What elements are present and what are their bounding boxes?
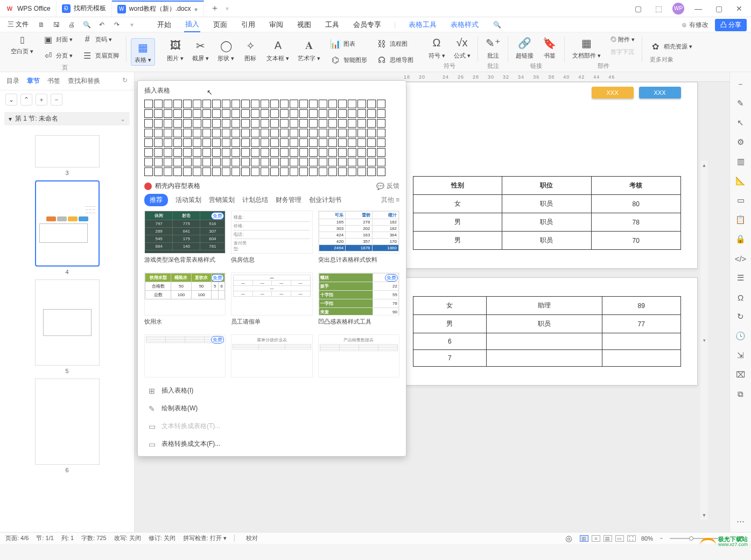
- doc-parts-button[interactable]: ▦文档部件 ▾: [569, 34, 604, 61]
- grid-cell[interactable]: [280, 138, 289, 147]
- grid-cell[interactable]: [144, 109, 153, 118]
- template-drinking-water[interactable]: 免费 饮用水型桶装水直饮水~ 合格数505056 总数100100: [144, 272, 226, 316]
- grid-cell[interactable]: [251, 129, 259, 137]
- tpl-tab-plan[interactable]: 计划总结: [242, 195, 268, 205]
- grid-cell[interactable]: [328, 138, 337, 147]
- export-icon[interactable]: ⇲: [735, 350, 746, 361]
- grid-cell[interactable]: [280, 109, 289, 118]
- grid-cell[interactable]: [222, 129, 230, 137]
- grid-cell[interactable]: [338, 148, 347, 157]
- grid-cell[interactable]: [154, 158, 163, 166]
- menu-table-tools[interactable]: 表格工具: [408, 18, 438, 32]
- grid-cell[interactable]: [202, 119, 211, 128]
- grid-cell[interactable]: [231, 167, 240, 176]
- scroll-up-icon[interactable]: ▲: [702, 163, 707, 168]
- grid-cell[interactable]: [222, 167, 230, 176]
- grid-cell[interactable]: [173, 158, 182, 166]
- grid-cell[interactable]: [261, 167, 269, 176]
- tpl-tab-recommended[interactable]: 推荐: [144, 194, 168, 206]
- template-leave-form[interactable]: ——————————: [231, 272, 312, 316]
- nav-add-button[interactable]: ＋: [36, 94, 47, 106]
- header-footer-button[interactable]: ☰页眉页脚: [78, 48, 122, 62]
- grid-cell[interactable]: [357, 148, 366, 157]
- grid-cell[interactable]: [367, 129, 376, 137]
- grid-cell[interactable]: [202, 109, 211, 118]
- grid-cell[interactable]: [212, 148, 221, 157]
- drop-cap-button[interactable]: 首字下沉: [607, 47, 638, 57]
- grid-cell[interactable]: [309, 109, 318, 118]
- grid-cell[interactable]: [270, 129, 279, 137]
- grid-cell[interactable]: [367, 100, 376, 108]
- layout-toggle-icon[interactable]: ▢: [631, 2, 644, 15]
- grid-cell[interactable]: [173, 109, 182, 118]
- grid-cell[interactable]: [144, 138, 153, 147]
- grid-cell[interactable]: [241, 119, 250, 128]
- grid-cell[interactable]: [154, 148, 163, 157]
- grid-cell[interactable]: [251, 148, 259, 157]
- grid-cell[interactable]: [154, 100, 163, 108]
- insert-table-item[interactable]: ⊞插入表格(I): [144, 382, 399, 400]
- grid-cell[interactable]: [164, 119, 172, 128]
- grid-cell[interactable]: [357, 109, 366, 118]
- view-read-button[interactable]: ▭: [615, 535, 624, 542]
- grid-cell[interactable]: [309, 119, 318, 128]
- grid-cell[interactable]: [183, 167, 192, 176]
- scroll-down-icon[interactable]: ▾: [703, 338, 706, 343]
- new-tab-button[interactable]: ＋: [204, 3, 226, 14]
- page-thumb-3[interactable]: [35, 135, 100, 167]
- grid-cell[interactable]: [290, 119, 298, 128]
- grid-cell[interactable]: [144, 129, 153, 137]
- grid-cell[interactable]: [144, 158, 153, 166]
- grid-cell[interactable]: [319, 100, 327, 108]
- grid-cell[interactable]: [202, 148, 211, 157]
- grid-cell[interactable]: [328, 119, 337, 128]
- grid-cell[interactable]: [367, 119, 376, 128]
- grid-cell[interactable]: [193, 109, 201, 118]
- grid-cell[interactable]: [309, 100, 318, 108]
- grid-cell[interactable]: [173, 138, 182, 147]
- section-header[interactable]: ▾第 1 节: 未命名 ⌄: [4, 112, 130, 125]
- grid-cell[interactable]: [338, 167, 347, 176]
- grid-cell[interactable]: [309, 129, 318, 137]
- tpl-tab-marketing[interactable]: 营销策划: [209, 195, 235, 205]
- grid-cell[interactable]: [222, 138, 230, 147]
- grid-cell[interactable]: [241, 109, 250, 118]
- screenshot-button[interactable]: ✂截屏 ▾: [189, 37, 212, 67]
- grid-cell[interactable]: [183, 158, 192, 166]
- grid-cell[interactable]: [377, 167, 385, 176]
- template-housing[interactable]: 楼盘: 价格: 电话: 首付类型: 首付金额:: [231, 211, 312, 254]
- grid-cell[interactable]: [290, 109, 298, 118]
- more-objects-button[interactable]: 更多对象: [647, 54, 677, 65]
- grid-cell[interactable]: [154, 167, 163, 176]
- tpl-tab-business[interactable]: 创业计划书: [309, 195, 341, 205]
- grid-cell[interactable]: [154, 109, 163, 118]
- grid-cell[interactable]: [367, 158, 376, 166]
- vertical-scrollbar[interactable]: ▲ ▾ ▼: [700, 160, 708, 520]
- grid-cell[interactable]: [231, 100, 240, 108]
- grid-cell[interactable]: [173, 148, 182, 157]
- status-overwrite[interactable]: 改写: 关闭: [114, 534, 141, 542]
- grid-cell[interactable]: [377, 119, 385, 128]
- grid-cell[interactable]: [212, 109, 221, 118]
- grid-cell[interactable]: [309, 158, 318, 166]
- grid-cell[interactable]: [241, 129, 250, 137]
- grid-cell[interactable]: [367, 167, 376, 176]
- grid-cell[interactable]: [309, 167, 318, 176]
- grid-cell[interactable]: [290, 100, 298, 108]
- flowchart-button[interactable]: ⛓流程图: [373, 37, 417, 51]
- refresh-icon[interactable]: ↻: [735, 311, 746, 322]
- grid-cell[interactable]: [154, 138, 163, 147]
- menu-start[interactable]: 开始: [156, 18, 172, 32]
- grid-cell[interactable]: [173, 119, 182, 128]
- cube-icon[interactable]: ⬚: [652, 2, 665, 15]
- grid-cell[interactable]: [338, 158, 347, 166]
- table-size-grid[interactable]: [144, 100, 399, 176]
- grid-cell[interactable]: [212, 158, 221, 166]
- grid-cell[interactable]: [164, 100, 172, 108]
- grid-cell[interactable]: [183, 129, 192, 137]
- grid-cell[interactable]: [280, 119, 289, 128]
- grid-cell[interactable]: [193, 158, 201, 166]
- grid-cell[interactable]: [222, 148, 230, 157]
- grid-cell[interactable]: [280, 100, 289, 108]
- grid-cell[interactable]: [222, 100, 230, 108]
